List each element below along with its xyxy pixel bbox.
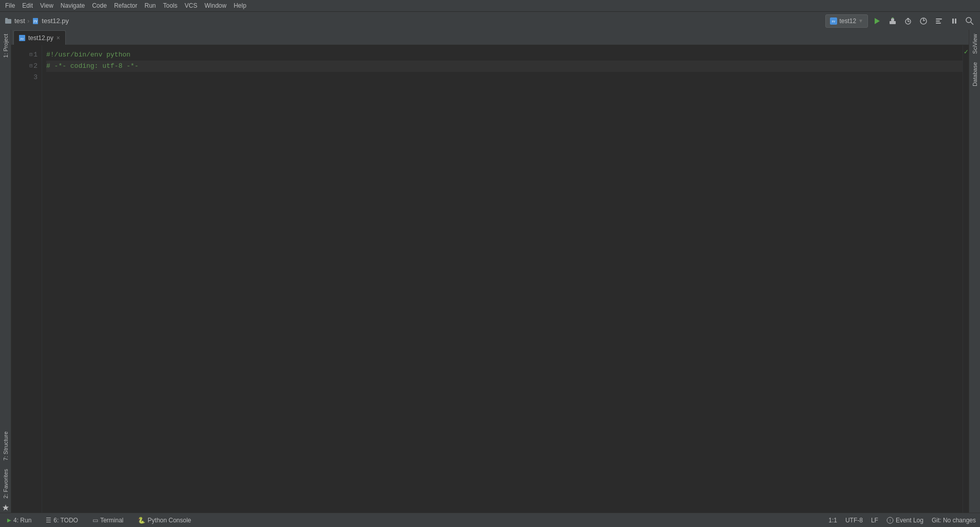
- database-tab-label: Database: [972, 62, 978, 86]
- menu-navigate[interactable]: Navigate: [58, 1, 88, 10]
- position-label: 1:1: [828, 517, 837, 524]
- project-name[interactable]: test: [14, 17, 25, 25]
- tab-close-button[interactable]: ×: [57, 35, 60, 41]
- search-button[interactable]: [964, 15, 976, 27]
- left-sidebar: 1: Project 7: Structure 2: Favorites: [0, 30, 11, 513]
- toolbar: test › py test12.py py test12 ▼: [0, 11, 980, 30]
- svg-text:!: !: [890, 518, 891, 523]
- terminal-icon: ▭: [93, 517, 98, 524]
- project-tab-label: 1: Project: [3, 34, 9, 58]
- status-bar: ▶ 4: Run ☰ 6: TODO ▭ Terminal 🐍 Python C…: [0, 513, 980, 527]
- editor-container: py test12.py × ⊟1 ⊟2 3 #!/usr/bin/env: [11, 30, 969, 513]
- menu-vcs[interactable]: VCS: [181, 1, 200, 10]
- structure-tab-label: 7: Structure: [3, 431, 9, 461]
- code-shebang: #!/usr/bin/env python: [46, 50, 131, 61]
- status-python-console-tab[interactable]: 🐍 Python Console: [135, 515, 194, 526]
- breadcrumb: test › py test12.py: [4, 17, 825, 25]
- tab-file-icon: py: [19, 35, 25, 41]
- code-line-3: [46, 72, 963, 83]
- line-number-2: ⊟2: [11, 61, 42, 72]
- favorites-star-icon: [2, 504, 9, 511]
- editor-tab-test12[interactable]: py test12.py ×: [13, 30, 66, 45]
- gutter-check-icon: ✓: [964, 48, 969, 55]
- sidebar-item-structure[interactable]: 7: Structure: [0, 427, 11, 465]
- svg-rect-0: [5, 19, 11, 24]
- menu-refactor[interactable]: Refactor: [111, 1, 140, 10]
- code-line-1: #!/usr/bin/env python: [46, 49, 963, 61]
- terminal-tab-label: Terminal: [100, 517, 123, 524]
- todo-icon: ☰: [46, 517, 51, 524]
- status-run-tab[interactable]: ▶ 4: Run: [4, 515, 34, 526]
- svg-text:py: py: [21, 36, 24, 40]
- sidebar-item-project[interactable]: 1: Project: [0, 30, 11, 62]
- code-content[interactable]: #!/usr/bin/env python # -*- coding: utf-…: [42, 45, 963, 513]
- event-log-icon: !: [886, 517, 894, 524]
- run-icon: ▶: [7, 517, 11, 523]
- status-bar-right: 1:1 UTF-8 LF ! Event Log Git: No changes: [828, 517, 976, 524]
- run-button[interactable]: [871, 15, 883, 27]
- code-line-2: # -*- coding: utf-8 -*-: [46, 61, 963, 72]
- sidebar-item-favorites[interactable]: 2: Favorites: [0, 465, 11, 502]
- status-todo-tab[interactable]: ☰ 6: TODO: [43, 515, 81, 526]
- python-console-label: Python Console: [147, 517, 191, 524]
- file-name: test12.py: [42, 17, 69, 25]
- status-terminal-tab[interactable]: ▭ Terminal: [89, 515, 126, 526]
- sidebar-item-sciview[interactable]: SciView: [970, 30, 979, 58]
- main-container: 1: Project 7: Structure 2: Favorites py: [0, 30, 980, 513]
- menu-window[interactable]: Window: [201, 1, 230, 10]
- toolbar-right: py test12 ▼: [825, 14, 976, 28]
- run-tab-label: 4: Run: [13, 517, 31, 524]
- sciview-tab-label: SciView: [972, 34, 978, 54]
- favorites-tab-label: 2: Favorites: [3, 469, 9, 498]
- run-config-label: test12: [839, 17, 856, 25]
- tab-filename: test12.py: [28, 34, 53, 42]
- right-gutter: ✓: [963, 45, 969, 513]
- menu-view[interactable]: View: [37, 1, 57, 10]
- line-number-1: ⊟1: [11, 49, 42, 61]
- project-icon: [4, 17, 12, 25]
- svg-rect-11: [907, 18, 909, 19]
- svg-rect-7: [890, 21, 896, 24]
- menu-bar: File Edit View Navigate Code Refactor Ru…: [0, 0, 980, 11]
- pause-button[interactable]: [948, 15, 960, 27]
- svg-rect-17: [955, 18, 956, 24]
- svg-rect-8: [891, 18, 894, 21]
- run-config-file-icon: py: [830, 17, 837, 25]
- file-icon: py: [31, 17, 40, 25]
- line-numbers: ⊟1 ⊟2 3: [11, 45, 42, 513]
- menu-tools[interactable]: Tools: [160, 1, 180, 10]
- right-sidebar: SciView Database: [969, 30, 980, 513]
- debug-button[interactable]: [902, 15, 914, 27]
- svg-rect-9: [892, 17, 894, 18]
- svg-marker-20: [3, 504, 9, 511]
- svg-rect-15: [936, 23, 941, 24]
- svg-marker-6: [875, 18, 880, 24]
- menu-help[interactable]: Help: [231, 1, 250, 10]
- menu-file[interactable]: File: [2, 1, 18, 10]
- run-config-arrow-icon: ▼: [858, 18, 863, 24]
- tab-bar: py test12.py ×: [11, 30, 969, 45]
- svg-rect-14: [936, 21, 940, 22]
- build-button[interactable]: [886, 15, 899, 27]
- breadcrumb-separator: ›: [27, 17, 29, 25]
- code-editor[interactable]: ⊟1 ⊟2 3 #!/usr/bin/env python # -*- codi…: [11, 45, 969, 513]
- sidebar-item-database[interactable]: Database: [970, 58, 979, 90]
- event-log-label: Event Log: [896, 517, 923, 524]
- svg-line-19: [971, 22, 973, 25]
- menu-code[interactable]: Code: [89, 1, 110, 10]
- menu-run[interactable]: Run: [141, 1, 159, 10]
- svg-rect-13: [936, 18, 942, 20]
- run-config-dropdown[interactable]: py test12 ▼: [825, 14, 868, 28]
- profile-button[interactable]: [917, 15, 930, 27]
- encoding-label: UTF-8: [845, 517, 863, 524]
- svg-rect-1: [5, 18, 8, 20]
- line-number-3: 3: [11, 72, 42, 83]
- svg-point-18: [966, 17, 971, 23]
- menu-edit[interactable]: Edit: [19, 1, 36, 10]
- svg-text:py: py: [34, 19, 38, 23]
- event-log-button[interactable]: ! Event Log: [886, 517, 923, 524]
- svg-text:py: py: [832, 20, 835, 23]
- todo-tab-label: 6: TODO: [53, 517, 78, 524]
- svg-rect-16: [952, 18, 954, 24]
- coverage-button[interactable]: [933, 15, 945, 27]
